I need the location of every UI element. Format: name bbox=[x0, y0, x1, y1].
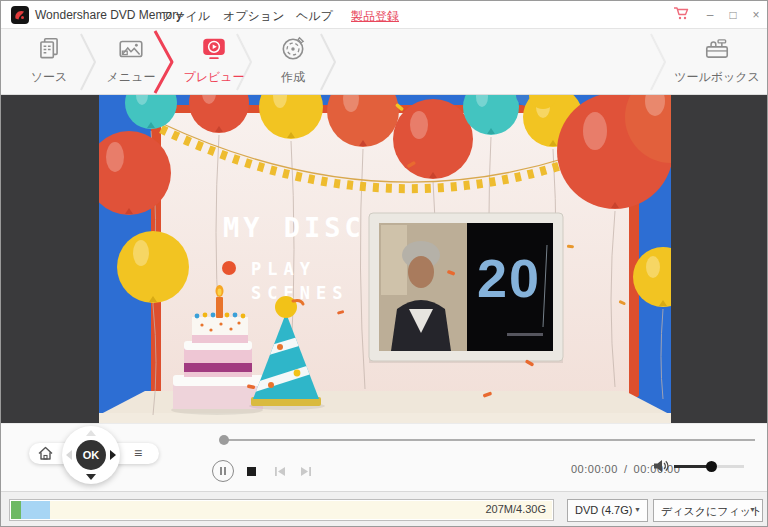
home-button[interactable] bbox=[37, 446, 55, 462]
volume-icon[interactable] bbox=[653, 459, 669, 477]
cart-icon[interactable] bbox=[673, 6, 690, 25]
capacity-label: 207M/4.30G bbox=[485, 503, 546, 515]
dpad-down-button[interactable] bbox=[86, 474, 96, 480]
video-thumbnail[interactable]: 20 bbox=[369, 213, 563, 363]
title-bar: Wondershare DVD Memory ファイル オプション ヘルプ 製品… bbox=[1, 1, 768, 29]
dpad-right-button[interactable] bbox=[110, 450, 116, 460]
close-button[interactable]: × bbox=[749, 8, 763, 22]
chevron-down-icon: ▼ bbox=[749, 506, 756, 513]
menu-image-icon bbox=[117, 35, 145, 65]
menu-options[interactable]: オプション bbox=[223, 8, 284, 25]
stop-button[interactable] bbox=[247, 467, 256, 476]
volume-slider[interactable] bbox=[674, 465, 744, 468]
dpad-up-button[interactable] bbox=[86, 430, 96, 436]
step-create-label: 作成 bbox=[255, 69, 331, 86]
step-preview[interactable]: プレビュー bbox=[176, 35, 252, 86]
play-bullet-icon bbox=[222, 261, 236, 275]
time-separator: / bbox=[624, 463, 628, 475]
chevron-down-icon: ▼ bbox=[634, 506, 641, 513]
dvd-menu-preview-scene: 20 MY DISC PLAY SCENES bbox=[99, 95, 671, 423]
seek-slider[interactable] bbox=[223, 439, 755, 441]
fit-mode-dropdown[interactable]: ディスクにフィット ▼ bbox=[653, 499, 763, 522]
step-source[interactable]: ソース bbox=[11, 35, 87, 86]
svg-text:PLAY: PLAY bbox=[251, 259, 316, 279]
previous-button[interactable] bbox=[273, 464, 287, 482]
window-controls: – □ × bbox=[673, 1, 763, 29]
current-time: 00:00:00 bbox=[571, 463, 618, 475]
toolbox-icon bbox=[703, 49, 731, 66]
maximize-button[interactable]: □ bbox=[726, 8, 740, 22]
toolbox-button[interactable]: ツールボックス bbox=[671, 35, 763, 86]
disc-type-dropdown[interactable]: DVD (4.7G) ▼ bbox=[567, 499, 648, 522]
step-source-label: ソース bbox=[11, 69, 87, 86]
pause-button[interactable] bbox=[212, 460, 234, 482]
next-button[interactable] bbox=[299, 464, 313, 482]
menu-register-product[interactable]: 製品登録 bbox=[351, 8, 399, 25]
menu-list-button[interactable]: ≡ bbox=[134, 444, 142, 462]
seek-slider-thumb[interactable] bbox=[219, 435, 229, 445]
player-controls: ≡ OK 00:00:00 / 00: bbox=[1, 423, 768, 491]
capacity-used-segment bbox=[11, 501, 21, 519]
step-navigation: ソース メニュー プレビュー bbox=[1, 29, 768, 95]
disc-menu-title: MY DISC bbox=[223, 212, 365, 243]
remote-dpad: OK bbox=[62, 426, 120, 484]
step-preview-label: プレビュー bbox=[176, 69, 252, 86]
toolbox-label: ツールボックス bbox=[671, 69, 763, 86]
dvd-menu-preview: 20 MY DISC PLAY SCENES bbox=[1, 95, 768, 423]
app-logo-icon bbox=[11, 6, 29, 24]
man-face bbox=[408, 256, 434, 288]
dpad-left-button[interactable] bbox=[66, 450, 72, 460]
poster-number: 20 bbox=[477, 248, 541, 308]
status-bar: 207M/4.30G DVD (4.7G) ▼ ディスクにフィット ▼ bbox=[1, 491, 768, 527]
step-menu-label: メニュー bbox=[93, 69, 169, 86]
menu-file[interactable]: ファイル bbox=[161, 8, 210, 25]
preview-play-icon bbox=[200, 35, 228, 65]
step-menu[interactable]: メニュー bbox=[93, 35, 169, 86]
create-disc-icon bbox=[279, 35, 307, 65]
balloon bbox=[393, 99, 473, 179]
app-window: Wondershare DVD Memory ファイル オプション ヘルプ 製品… bbox=[0, 0, 768, 527]
capacity-menu-segment bbox=[21, 501, 50, 519]
ok-button[interactable]: OK bbox=[76, 440, 106, 470]
source-files-icon bbox=[35, 35, 63, 65]
volume-slider-thumb[interactable] bbox=[706, 461, 717, 472]
step-create[interactable]: 作成 bbox=[255, 35, 331, 86]
minimize-button[interactable]: – bbox=[703, 8, 717, 22]
balloon bbox=[117, 231, 189, 303]
menu-help[interactable]: ヘルプ bbox=[296, 8, 333, 25]
disc-capacity-bar: 207M/4.30G bbox=[9, 499, 554, 521]
